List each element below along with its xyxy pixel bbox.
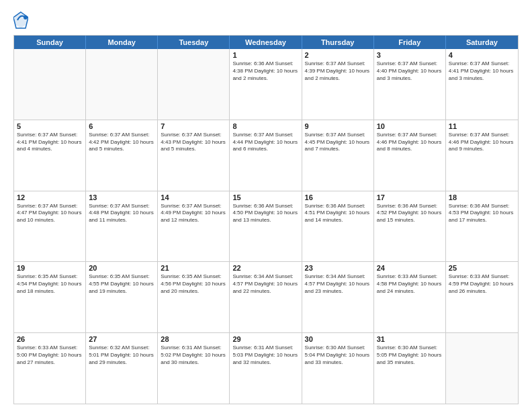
day-number: 18 [449, 193, 515, 201]
calendar-cell [158, 49, 230, 120]
day-info: Sunrise: 6:37 AM Sunset: 4:46 PM Dayligh… [377, 132, 443, 153]
calendar-header: SundayMondayTuesdayWednesdayThursdayFrid… [14, 36, 518, 49]
day-number: 11 [449, 122, 515, 130]
day-number: 9 [305, 122, 371, 130]
day-info: Sunrise: 6:33 AM Sunset: 4:58 PM Dayligh… [377, 273, 443, 295]
day-info: Sunrise: 6:37 AM Sunset: 4:48 PM Dayligh… [89, 203, 154, 224]
day-info: Sunrise: 6:37 AM Sunset: 4:47 PM Dayligh… [17, 203, 83, 224]
calendar-cell: 17Sunrise: 6:36 AM Sunset: 4:52 PM Dayli… [374, 191, 446, 262]
day-info: Sunrise: 6:37 AM Sunset: 4:44 PM Dayligh… [232, 132, 298, 153]
day-number: 20 [89, 264, 154, 272]
calendar-cell: 2Sunrise: 6:37 AM Sunset: 4:39 PM Daylig… [302, 49, 374, 120]
page: SundayMondayTuesdayWednesdayThursdayFrid… [0, 0, 532, 411]
calendar-cell: 19Sunrise: 6:35 AM Sunset: 4:54 PM Dayli… [14, 262, 86, 332]
calendar-cell [14, 49, 86, 120]
day-info: Sunrise: 6:37 AM Sunset: 4:49 PM Dayligh… [161, 203, 226, 224]
svg-point-2 [24, 15, 28, 19]
calendar-cell: 8Sunrise: 6:37 AM Sunset: 4:44 PM Daylig… [230, 120, 302, 191]
day-info: Sunrise: 6:30 AM Sunset: 5:05 PM Dayligh… [377, 345, 443, 366]
day-info: Sunrise: 6:30 AM Sunset: 5:04 PM Dayligh… [305, 345, 371, 366]
calendar-cell [446, 333, 518, 404]
day-info: Sunrise: 6:36 AM Sunset: 4:52 PM Dayligh… [377, 203, 443, 224]
weekday-header-friday: Friday [374, 36, 446, 49]
day-number: 24 [377, 264, 443, 272]
day-number: 8 [232, 122, 298, 130]
day-info: Sunrise: 6:32 AM Sunset: 5:01 PM Dayligh… [89, 345, 154, 366]
calendar-week-4: 19Sunrise: 6:35 AM Sunset: 4:54 PM Dayli… [14, 262, 518, 333]
calendar-week-5: 26Sunrise: 6:33 AM Sunset: 5:00 PM Dayli… [14, 333, 518, 404]
day-number: 21 [161, 264, 226, 272]
day-number: 28 [161, 335, 226, 343]
calendar-cell: 27Sunrise: 6:32 AM Sunset: 5:01 PM Dayli… [86, 333, 158, 404]
calendar-cell: 20Sunrise: 6:35 AM Sunset: 4:55 PM Dayli… [86, 262, 158, 332]
calendar-cell: 10Sunrise: 6:37 AM Sunset: 4:46 PM Dayli… [374, 120, 446, 191]
calendar-cell: 3Sunrise: 6:37 AM Sunset: 4:40 PM Daylig… [374, 49, 446, 120]
logo-icon [13, 11, 28, 30]
calendar-week-3: 12Sunrise: 6:37 AM Sunset: 4:47 PM Dayli… [14, 191, 518, 263]
day-number: 14 [161, 193, 226, 201]
calendar-cell: 25Sunrise: 6:33 AM Sunset: 4:59 PM Dayli… [446, 262, 518, 332]
calendar-cell: 16Sunrise: 6:36 AM Sunset: 4:51 PM Dayli… [302, 191, 374, 262]
calendar-cell: 4Sunrise: 6:37 AM Sunset: 4:41 PM Daylig… [446, 49, 518, 120]
calendar-cell: 5Sunrise: 6:37 AM Sunset: 4:41 PM Daylig… [14, 120, 86, 191]
day-number: 30 [305, 335, 371, 343]
day-info: Sunrise: 6:37 AM Sunset: 4:41 PM Dayligh… [17, 132, 83, 153]
day-info: Sunrise: 6:37 AM Sunset: 4:46 PM Dayligh… [449, 132, 515, 153]
calendar-cell: 13Sunrise: 6:37 AM Sunset: 4:48 PM Dayli… [86, 191, 158, 262]
day-number: 4 [449, 51, 515, 59]
calendar-cell: 14Sunrise: 6:37 AM Sunset: 4:49 PM Dayli… [158, 191, 230, 262]
day-info: Sunrise: 6:37 AM Sunset: 4:45 PM Dayligh… [305, 132, 371, 153]
day-info: Sunrise: 6:35 AM Sunset: 4:54 PM Dayligh… [17, 273, 83, 295]
calendar-cell: 30Sunrise: 6:30 AM Sunset: 5:04 PM Dayli… [302, 333, 374, 404]
day-number: 29 [232, 335, 298, 343]
day-number: 17 [377, 193, 443, 201]
day-info: Sunrise: 6:36 AM Sunset: 4:51 PM Dayligh… [305, 203, 371, 224]
calendar-cell: 29Sunrise: 6:31 AM Sunset: 5:03 PM Dayli… [230, 333, 302, 404]
day-info: Sunrise: 6:37 AM Sunset: 4:40 PM Dayligh… [377, 60, 443, 82]
calendar-cell: 26Sunrise: 6:33 AM Sunset: 5:00 PM Dayli… [14, 333, 86, 404]
calendar-cell: 6Sunrise: 6:37 AM Sunset: 4:42 PM Daylig… [86, 120, 158, 191]
day-info: Sunrise: 6:37 AM Sunset: 4:43 PM Dayligh… [161, 132, 226, 153]
calendar-cell: 12Sunrise: 6:37 AM Sunset: 4:47 PM Dayli… [14, 191, 86, 262]
logo [13, 11, 31, 30]
day-info: Sunrise: 6:36 AM Sunset: 4:38 PM Dayligh… [232, 60, 298, 82]
day-number: 1 [232, 51, 298, 59]
svg-marker-0 [15, 12, 27, 28]
calendar-cell: 21Sunrise: 6:35 AM Sunset: 4:56 PM Dayli… [158, 262, 230, 332]
day-info: Sunrise: 6:37 AM Sunset: 4:39 PM Dayligh… [305, 60, 371, 82]
weekday-header-wednesday: Wednesday [230, 36, 302, 49]
calendar-week-1: 1Sunrise: 6:36 AM Sunset: 4:38 PM Daylig… [14, 49, 518, 120]
day-number: 6 [89, 122, 154, 130]
calendar-body: 1Sunrise: 6:36 AM Sunset: 4:38 PM Daylig… [14, 49, 518, 404]
header [13, 11, 519, 30]
day-number: 5 [17, 122, 83, 130]
day-info: Sunrise: 6:35 AM Sunset: 4:56 PM Dayligh… [161, 273, 226, 295]
weekday-header-tuesday: Tuesday [158, 36, 230, 49]
day-info: Sunrise: 6:34 AM Sunset: 4:57 PM Dayligh… [232, 273, 298, 295]
day-number: 16 [305, 193, 371, 201]
day-info: Sunrise: 6:34 AM Sunset: 4:57 PM Dayligh… [305, 273, 371, 295]
calendar-cell: 23Sunrise: 6:34 AM Sunset: 4:57 PM Dayli… [302, 262, 374, 332]
day-info: Sunrise: 6:31 AM Sunset: 5:02 PM Dayligh… [161, 345, 226, 366]
day-info: Sunrise: 6:36 AM Sunset: 4:53 PM Dayligh… [449, 203, 515, 224]
weekday-header-thursday: Thursday [302, 36, 374, 49]
calendar-cell [86, 49, 158, 120]
day-number: 23 [305, 264, 371, 272]
day-number: 19 [17, 264, 83, 272]
calendar-cell: 1Sunrise: 6:36 AM Sunset: 4:38 PM Daylig… [230, 49, 302, 120]
day-info: Sunrise: 6:33 AM Sunset: 4:59 PM Dayligh… [449, 273, 515, 295]
day-number: 3 [377, 51, 443, 59]
weekday-header-saturday: Saturday [446, 36, 518, 49]
day-number: 26 [17, 335, 83, 343]
day-number: 2 [305, 51, 371, 59]
day-number: 15 [232, 193, 298, 201]
day-number: 25 [449, 264, 515, 272]
calendar-cell: 7Sunrise: 6:37 AM Sunset: 4:43 PM Daylig… [158, 120, 230, 191]
day-info: Sunrise: 6:35 AM Sunset: 4:55 PM Dayligh… [89, 273, 154, 295]
day-number: 10 [377, 122, 443, 130]
calendar-cell: 18Sunrise: 6:36 AM Sunset: 4:53 PM Dayli… [446, 191, 518, 262]
weekday-header-sunday: Sunday [14, 36, 86, 49]
calendar-cell: 11Sunrise: 6:37 AM Sunset: 4:46 PM Dayli… [446, 120, 518, 191]
calendar-cell: 22Sunrise: 6:34 AM Sunset: 4:57 PM Dayli… [230, 262, 302, 332]
calendar-week-2: 5Sunrise: 6:37 AM Sunset: 4:41 PM Daylig… [14, 120, 518, 191]
